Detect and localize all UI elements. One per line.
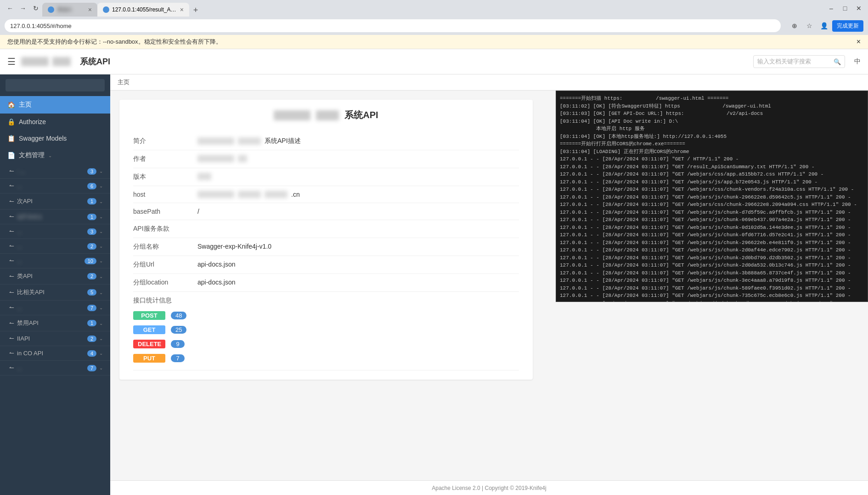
host-box-3 [265, 191, 287, 198]
profile-icon[interactable]: 👤 [817, 19, 830, 32]
maximize-button[interactable]: □ [840, 3, 851, 14]
method-put-tag: PUT [133, 354, 165, 363]
breadcrumb-text: 主页 [118, 79, 130, 85]
label-groupname: 分组名称 [133, 243, 197, 251]
swagger-models-icon: 📋 [7, 135, 15, 142]
sidebar-item-doc-manage[interactable]: 📄 文档管理 ⌄ [0, 147, 110, 164]
terminal-line: 127.0.0.1 - - [28/Apr/2024 03:11:07] "GE… [560, 292, 864, 300]
tab-2[interactable]: 127.0.0.1:4055/result_ApiSca... × [97, 3, 189, 17]
terminal-line: 127.0.0.1 - - [28/Apr/2024 03:11:07] "GE… [560, 155, 864, 163]
sidebar-group-item-13[interactable]: ↼ in CO API 4 ⌄ [0, 346, 110, 360]
label-host: host [133, 191, 197, 198]
method-get-row: GET 25 [133, 323, 186, 337]
sidebar-group-item-7[interactable]: ↼ ... 10 ⌄ [0, 254, 110, 268]
value-basepath: / [197, 208, 199, 215]
terminal-line: 127.0.0.1 - - [28/Apr/2024 03:11:07] "GE… [560, 186, 864, 193]
group-chevron-9: ⌄ [99, 290, 103, 295]
header-title: 系统API [80, 56, 110, 67]
minimize-button[interactable]: – [826, 3, 837, 14]
terminal-line: [03:11:02] [OK] [符合SwaggerUI特征] https /s… [560, 102, 864, 110]
terminal-line: 127.0.0.1 - - [28/Apr/2024 03:11:07] "GE… [560, 178, 864, 186]
terminal-line: 127.0.0.1 - - [28/Apr/2024 03:11:07] "GE… [560, 163, 864, 171]
sidebar-group-item-4[interactable]: ↼ 127.0.0.1 1 ⌄ [0, 210, 110, 224]
sidebar-group-item-3[interactable]: ↼ 次API 1 ⌄ [0, 193, 110, 209]
group-chevron-10: ⌄ [99, 305, 103, 310]
sidebar-group-item-10[interactable]: ↼ ... 7 ⌄ [0, 301, 110, 315]
header-search[interactable]: 输入文档关键字搜索 🔍 [753, 55, 845, 68]
warning-close[interactable]: × [857, 38, 861, 46]
sidebar-search[interactable]: Swagger-exp-Knife4j-v1.0 [0, 74, 110, 96]
search-icon[interactable]: 🔍 [834, 58, 841, 65]
forward-button[interactable]: → [17, 2, 29, 15]
bookmark-icon[interactable]: ☆ [803, 19, 816, 32]
terminal-line: [03:11:04] [LOADING] 正在打开启用CORS的chrome [560, 148, 864, 156]
group-label-4: 127.0.0.1 [17, 213, 42, 220]
group-icon-10: ↼ [9, 304, 14, 311]
group-badge-12: 2 [87, 336, 96, 342]
sidebar-group-14: ↼ ... 7 ⌄ [0, 361, 110, 376]
terminal-line: 127.0.0.1 - - [28/Apr/2024 03:11:07] "GE… [560, 209, 864, 216]
group-icon-8: ↼ [9, 273, 14, 280]
sidebar-item-authorize[interactable]: 🔒 Authorize [0, 114, 110, 130]
group-icon-11: ↼ [9, 320, 14, 327]
group-label-7: ... [17, 257, 22, 264]
group-chevron-13: ⌄ [99, 351, 103, 356]
lang-button[interactable]: 中 [854, 57, 861, 66]
sidebar-group-item-2[interactable]: ↼ ... 6 ⌄ [0, 179, 110, 193]
terminal-line: 127.0.0.1 - - [28/Apr/2024 03:11:07] "GE… [560, 239, 864, 247]
sidebar-group-item-11[interactable]: ↼ 禁用API 1 ⌄ [0, 315, 110, 331]
group-icon-5: ↼ [9, 228, 14, 235]
group-label-5: ... [17, 228, 22, 235]
sidebar-group-item-1[interactable]: ↼ : ... 3 ⌄ [0, 164, 110, 178]
sidebar-item-swagger-models[interactable]: 📋 Swagger Models [0, 130, 110, 147]
method-get-count: 25 [171, 326, 186, 334]
value-version [197, 173, 211, 180]
sidebar-group-item-6[interactable]: ↼ ... 2 ⌄ [0, 239, 110, 253]
method-delete-tag: DELETE [133, 340, 165, 348]
terminal-line: [03:11:04] [OK] [本地http服务地址:] http://127… [560, 133, 864, 141]
group-chevron-14: ⌄ [99, 365, 103, 370]
update-button[interactable]: 完成更新 [832, 20, 863, 32]
tab-1[interactable]: 系统A × [42, 3, 97, 17]
info-row-intro: 简介 系统API描述 [133, 132, 519, 150]
menu-icon[interactable]: ☰ [7, 56, 16, 67]
author-box-2 [238, 155, 247, 162]
tab-close-2[interactable]: × [180, 6, 184, 13]
sidebar-group-item-9[interactable]: ↼ 比相关API 5 ⌄ [0, 284, 110, 300]
browser-titlebar: ← → ↻ 系统A × 127.0.0.1:4055/result_ApiSca… [0, 0, 868, 17]
group-chevron-4: ⌄ [99, 214, 103, 219]
sidebar-item-home[interactable]: 🏠 主页 [0, 96, 110, 114]
method-post-row: POST 48 [133, 308, 186, 323]
sidebar-group-item-5[interactable]: ↼ ... 3 ⌄ [0, 224, 110, 239]
value-grouplocation: api-docs.json [197, 279, 236, 286]
sidebar-group-item-12[interactable]: ↼ IIAPI 2 ⌄ [0, 331, 110, 346]
sidebar: Swagger-exp-Knife4j-v1.0 🏠 主页 🔒 Authoriz… [0, 74, 110, 495]
info-row-stats: 接口统计信息 POST 48 GET 25 [133, 292, 519, 370]
warning-bar: 您使用的是不受支持的命令行标记：--no-sandbox。稳定性和安全性会有所下… [0, 35, 868, 49]
logo-box-1 [21, 57, 49, 66]
group-badge-5: 3 [87, 228, 96, 235]
header-logo [21, 57, 71, 66]
terminal-line: =======开始行打开启用CORS的chrome.exe======= [560, 140, 864, 148]
address-input[interactable]: 127.0.0.1:4055/#/home [5, 19, 781, 32]
tab-favicon-1 [48, 6, 54, 13]
new-tab-button[interactable]: + [189, 4, 202, 17]
host-suffix: .cn [291, 191, 300, 198]
terminal-overlay[interactable]: =======开始扫描 https: /swagger-ui.html ====… [556, 91, 868, 302]
app-header: ☰ 系统API 输入文档关键字搜索 🔍 中 [0, 49, 868, 74]
sidebar-search-input[interactable]: Swagger-exp-Knife4j-v1.0 [6, 79, 105, 91]
tab-close-1[interactable]: × [88, 6, 92, 13]
info-row-groupname: 分组名称 Swagger-exp-Knife4j-v1.0 [133, 238, 519, 256]
close-window-button[interactable]: ✕ [853, 3, 864, 14]
app-footer: Apache License 2.0 | Copyright © 2019-Kn… [110, 480, 868, 495]
group-badge-13: 4 [87, 350, 96, 357]
tab-favicon-2 [103, 6, 109, 13]
sidebar-group-item-14[interactable]: ↼ ... 7 ⌄ [0, 361, 110, 375]
translate-icon[interactable]: ⊕ [788, 19, 801, 32]
version-box [197, 173, 211, 180]
sidebar-group-4: ↼ 127.0.0.1 1 ⌄ [0, 210, 110, 224]
refresh-button[interactable]: ↻ [29, 2, 42, 15]
sidebar-group-item-8[interactable]: ↼ 类API 2 ⌄ [0, 268, 110, 284]
back-button[interactable]: ← [4, 2, 17, 15]
doc-manage-chevron: ⌄ [48, 153, 52, 158]
